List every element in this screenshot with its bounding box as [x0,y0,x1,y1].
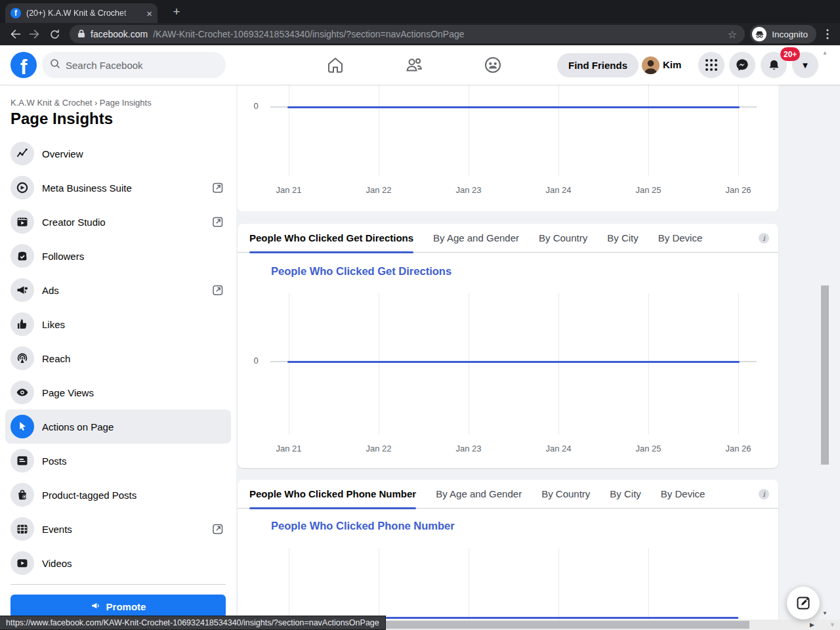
sidebar-item-reach[interactable]: Reach [5,341,231,375]
messenger-icon[interactable] [729,52,755,78]
tab-people-who-clicked-get-directions[interactable]: People Who Clicked Get Directions [249,224,413,253]
scroll-right-arrow[interactable]: ▶ [810,621,814,628]
sidebar-item-posts[interactable]: Posts [5,444,231,478]
back-icon[interactable] [5,25,25,43]
search-placeholder: Search Facebook [66,60,143,71]
chart-title: People Who Clicked Get Directions [271,265,452,278]
tab-by-age-and-gender[interactable]: By Age and Gender [433,224,519,253]
search-input[interactable]: Search Facebook [42,52,226,78]
x-axis-label: Jan 26 [725,444,751,453]
vertical-scrollbar-thumb[interactable] [821,285,829,465]
reach-icon [10,346,34,370]
tab-by-device[interactable]: By Device [658,224,703,253]
x-axis-label: Jan 25 [635,444,661,453]
gridline [558,548,559,620]
info-icon[interactable]: i [759,233,769,243]
sidebar-item-ads[interactable]: Ads [5,273,231,307]
tab-by-device[interactable]: By Device [661,480,705,509]
user-name[interactable]: Kim [663,59,681,70]
breadcrumb-page[interactable]: K.A.W Knit & Crochet [10,98,92,108]
facebook-favicon: f [10,8,21,18]
friends-icon[interactable] [405,56,423,74]
breadcrumb-separator: › [94,98,97,108]
chart-plot: 0 [289,548,738,620]
url-path: /KAW-Knit-Crochet-106932418534340/insigh… [153,29,717,39]
incognito-label: Incognito [772,30,808,39]
x-axis-label: Jan 21 [276,185,301,195]
chart-title: People Who Clicked Phone Number [271,520,455,532]
groups-icon[interactable] [484,56,502,74]
gridline [469,293,469,434]
sidebar-item-meta-business-suite[interactable]: Meta Business Suite [5,171,231,205]
browser-tab[interactable]: f (20+) K.A.W Knit & Crochet × [5,3,158,23]
gridline [379,293,379,434]
x-axis-label: Jan 25 [635,185,661,195]
x-axis-label: Jan 23 [455,444,481,453]
lock-icon [77,29,85,40]
sidebar-item-label: Overview [42,148,83,159]
x-axis-label: Jan 23 [455,185,481,195]
gridline [558,293,559,434]
home-icon[interactable] [326,56,345,74]
gridline [469,548,469,620]
posts-icon [10,449,34,472]
gridline [648,548,649,620]
apps-grid-icon[interactable] [698,52,724,78]
sidebar-item-events[interactable]: Events [5,512,231,546]
followers-icon [10,244,34,268]
x-axis-label: Jan 24 [545,185,571,195]
promote-button[interactable]: Promote [10,595,226,618]
tab-by-age-and-gender[interactable]: By Age and Gender [436,480,522,509]
page-title: Page Insights [10,110,113,128]
tab-by-city[interactable]: By City [607,224,639,253]
sidebar-item-product-tagged-posts[interactable]: Product-tagged Posts [5,478,231,512]
sidebar-item-page-views[interactable]: Page Views [5,375,231,410]
sidebar-item-videos[interactable]: Videos [5,546,231,580]
facebook-logo[interactable]: f [10,52,37,78]
chart-line-series [287,361,740,363]
gridline [558,85,559,176]
browser-toolbar: facebook.com/KAW-Knit-Crochet-1069324185… [0,23,840,45]
sidebar-item-creator-studio[interactable]: Creator Studio [5,205,231,239]
bookmark-star-icon[interactable]: ☆ [728,28,737,41]
address-bar[interactable]: facebook.com/KAW-Knit-Crochet-1069324185… [70,25,745,43]
promote-label: Promote [106,601,146,612]
forward-icon[interactable] [25,25,45,43]
avatar[interactable] [642,56,660,74]
sidebar-item-likes[interactable]: Likes [5,307,231,341]
actions-on-page-icon [10,415,34,438]
sidebar-item-followers[interactable]: Followers [5,239,231,273]
gridline [469,85,469,176]
x-axis-label: Jan 22 [366,185,391,195]
x-axis-label: Jan 21 [276,444,301,453]
sidebar-item-overview[interactable]: Overview [5,136,231,171]
sidebar-divider [10,584,226,585]
new-tab-button[interactable]: + [169,5,184,19]
sidebar-item-label: Videos [42,558,72,569]
gridline [379,548,379,620]
sidebar-item-label: Posts [42,455,67,467]
tab-by-country[interactable]: By Country [541,480,590,509]
info-icon[interactable]: i [759,489,769,499]
external-link-icon [211,215,224,228]
breadcrumb[interactable]: K.A.W Knit & Crochet › Page Insights [10,98,152,108]
tab-people-who-clicked-phone-number[interactable]: People Who Clicked Phone Number [249,480,416,509]
browser-menu-icon[interactable] [820,29,835,39]
tab-by-country[interactable]: By Country [539,224,587,253]
tab-by-city[interactable]: By City [610,480,641,509]
sidebar-item-label: Events [42,524,72,535]
gridline [738,85,739,176]
status-url: https://www.facebook.com/KAW-Knit-Croche… [6,618,379,627]
refresh-icon[interactable] [45,25,64,43]
find-friends-label: Find Friends [568,60,627,71]
tab-close-icon[interactable]: × [146,9,152,18]
sidebar-item-actions-on-page[interactable]: Actions on Page [5,410,231,444]
find-friends-button[interactable]: Find Friends [557,53,639,77]
x-axis: Jan 21Jan 22Jan 23Jan 24Jan 25Jan 26 [289,185,738,196]
sidebar-item-label: Page Views [42,387,94,398]
page-views-icon [10,381,34,404]
notification-badge: 20+ [780,47,800,61]
scroll-up-arrow[interactable]: ▲ [821,50,829,56]
compose-button[interactable] [787,587,820,620]
scroll-down-arrow[interactable]: ▼ [821,610,829,616]
